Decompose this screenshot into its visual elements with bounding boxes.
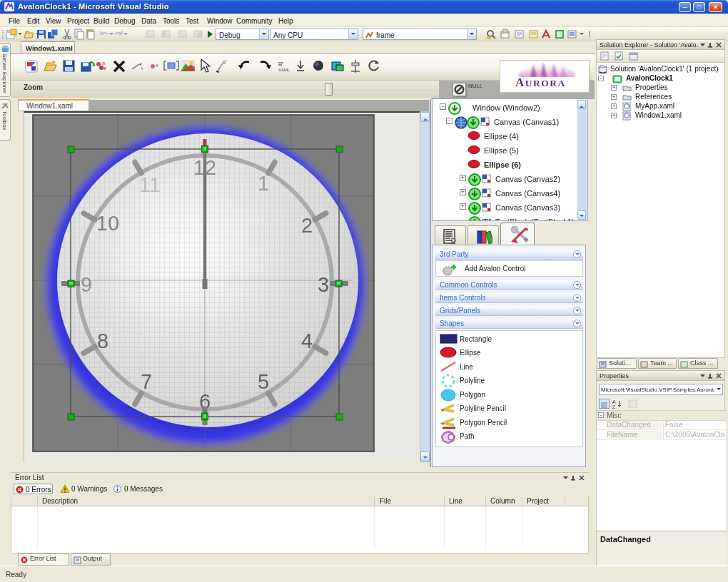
svg-text:TI: TI [482, 217, 492, 221]
svg-text:10: 10 [96, 212, 119, 235]
svg-text:8: 8 [97, 330, 108, 352]
svg-text:1: 1 [258, 172, 269, 195]
svg-text:XAML: XAML [278, 68, 290, 72]
svg-text:A: A [612, 399, 616, 404]
svg-text:4: 4 [301, 330, 313, 352]
svg-text:5: 5 [258, 370, 269, 393]
svg-text:7: 7 [141, 370, 152, 393]
svg-text:9: 9 [81, 273, 92, 296]
svg-text:3: 3 [318, 273, 329, 296]
svg-text:2: 2 [301, 214, 313, 237]
svg-text:11: 11 [139, 173, 161, 196]
svg-text:Z: Z [612, 404, 616, 409]
